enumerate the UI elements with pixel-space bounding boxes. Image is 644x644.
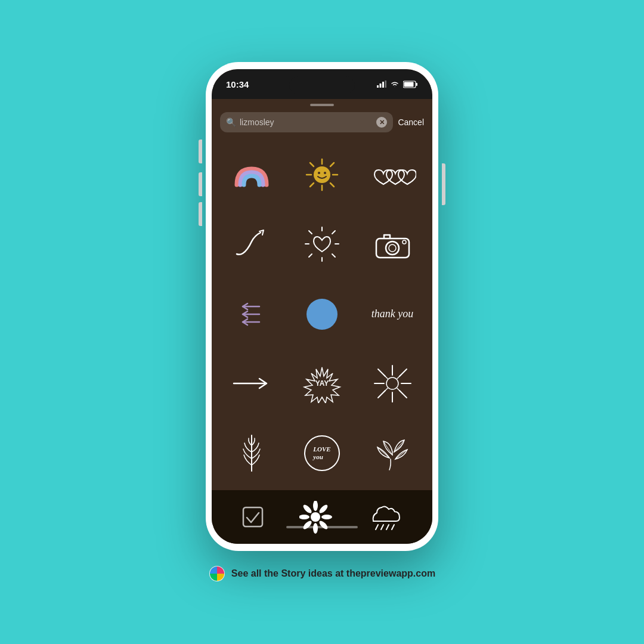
dynamic-island [289, 76, 355, 94]
bottom-rain-cloud[interactable] [367, 496, 403, 538]
search-clear-button[interactable]: ✕ [376, 117, 387, 128]
status-icons [377, 80, 418, 88]
bottom-daisy[interactable] [299, 496, 332, 538]
svg-line-25 [309, 254, 312, 257]
svg-point-16 [318, 172, 320, 174]
sticker-starburst[interactable] [357, 351, 428, 416]
love-you-circle: LOVEyou [304, 435, 340, 471]
sticker-fern[interactable] [216, 420, 287, 486]
svg-point-55 [311, 512, 320, 522]
status-bar: 10:34 [212, 69, 432, 99]
sticker-hearts[interactable] [357, 142, 428, 208]
svg-line-22 [309, 231, 312, 234]
sticker-autumn-leaves[interactable] [357, 420, 428, 486]
svg-point-27 [386, 242, 399, 255]
svg-line-66 [386, 525, 389, 530]
cancel-button[interactable]: Cancel [398, 117, 424, 127]
status-time: 10:34 [226, 79, 249, 89]
app-icon [209, 565, 225, 582]
signal-icon [377, 80, 386, 88]
svg-rect-3 [385, 80, 387, 88]
search-bar[interactable]: 🔍 lizmosley ✕ Cancel [212, 112, 432, 132]
svg-line-52 [395, 450, 407, 459]
svg-point-17 [324, 172, 326, 174]
svg-line-67 [392, 525, 394, 530]
sticker-arrow-right[interactable] [216, 351, 287, 416]
svg-rect-6 [404, 82, 414, 86]
svg-point-59 [318, 519, 329, 530]
sticker-grid: thank you YAY [212, 142, 432, 490]
svg-text:YAY: YAY [315, 379, 328, 388]
svg-rect-5 [416, 83, 418, 86]
home-indicator [286, 526, 358, 528]
svg-point-58 [321, 515, 332, 519]
sticker-thank-you[interactable]: thank you [357, 281, 428, 347]
sticker-heart-rays[interactable] [287, 212, 357, 277]
sticker-rainbow[interactable] [216, 142, 287, 208]
svg-point-62 [299, 515, 309, 519]
svg-line-23 [332, 254, 335, 257]
footer-bar: See all the Story ideas at thepreviewapp… [209, 565, 435, 582]
battery-icon [403, 80, 418, 88]
svg-line-65 [381, 525, 383, 530]
svg-line-14 [310, 183, 314, 187]
sticker-arrows[interactable] [216, 281, 287, 347]
svg-point-15 [314, 166, 330, 183]
svg-line-51 [394, 440, 404, 452]
sticker-yay[interactable]: YAY [287, 351, 357, 416]
svg-line-46 [397, 375, 401, 379]
svg-point-29 [402, 240, 406, 244]
screen-content: 🔍 lizmosley ✕ Cancel [212, 99, 432, 544]
svg-point-61 [302, 519, 313, 530]
search-text: lizmosley [240, 117, 373, 127]
bottom-checkbox[interactable] [241, 496, 265, 538]
phone-shell: 10:34 [206, 62, 438, 551]
bottom-bar [212, 490, 432, 544]
svg-line-11 [310, 163, 314, 166]
svg-line-47 [384, 388, 388, 392]
svg-line-24 [332, 231, 335, 234]
svg-line-44 [384, 375, 388, 379]
phone-screen: 10:34 [212, 69, 432, 544]
love-you-text: LOVEyou [313, 445, 330, 461]
blue-blob-shape [306, 299, 338, 330]
svg-rect-1 [380, 83, 382, 88]
svg-point-48 [386, 377, 398, 389]
svg-rect-54 [243, 507, 262, 527]
svg-point-63 [302, 503, 313, 514]
sticker-love-you[interactable]: LOVEyou [287, 420, 357, 486]
svg-line-64 [376, 525, 378, 530]
drag-handle [310, 104, 334, 106]
svg-line-53 [377, 447, 389, 458]
search-icon: 🔍 [226, 117, 236, 127]
sticker-sun[interactable] [287, 142, 357, 208]
wifi-icon [390, 80, 400, 88]
svg-point-28 [389, 244, 396, 252]
sticker-squiggle[interactable] [216, 212, 287, 277]
svg-line-45 [397, 388, 401, 392]
svg-point-56 [313, 501, 318, 511]
thank-you-text: thank you [371, 308, 413, 320]
svg-line-12 [330, 183, 334, 187]
sticker-camera[interactable] [357, 212, 428, 277]
svg-point-57 [318, 503, 329, 514]
svg-line-13 [330, 163, 334, 166]
svg-rect-2 [382, 82, 384, 88]
search-input-wrapper[interactable]: 🔍 lizmosley ✕ [220, 112, 393, 132]
sticker-blue-blob[interactable] [287, 281, 357, 347]
svg-rect-0 [377, 85, 379, 88]
footer-text: See all the Story ideas at thepreviewapp… [231, 568, 435, 579]
page-wrapper: 10:34 [0, 0, 644, 644]
